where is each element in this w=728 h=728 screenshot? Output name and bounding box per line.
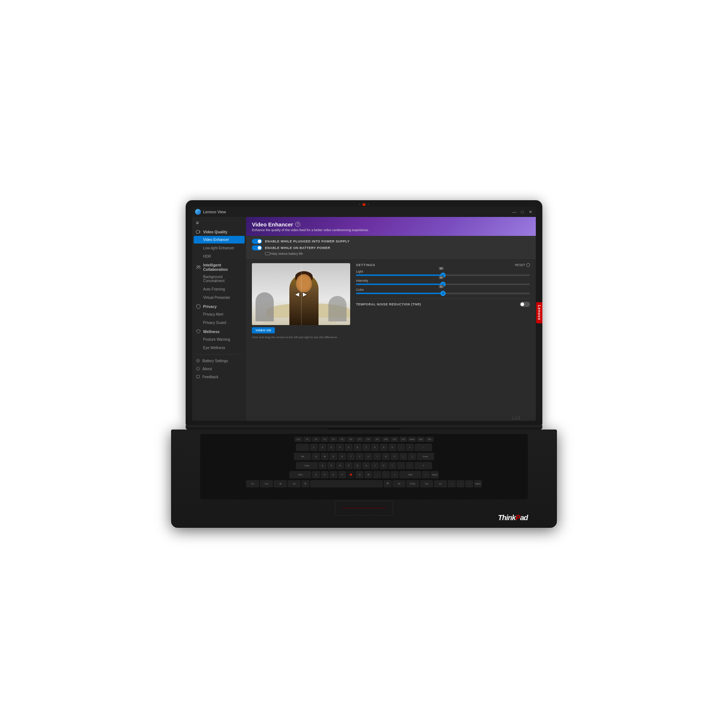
key-0[interactable]: 0 bbox=[388, 444, 396, 452]
key-f12[interactable]: F12 bbox=[399, 437, 407, 443]
key-lshift[interactable]: Shift bbox=[289, 471, 311, 479]
plugged-toggle[interactable] bbox=[252, 239, 262, 244]
key-capslock[interactable]: Caps bbox=[296, 462, 318, 470]
key-i[interactable]: I bbox=[373, 453, 381, 461]
color-slider-thumb[interactable]: 50 bbox=[440, 291, 445, 296]
key-up[interactable]: ↑ bbox=[422, 471, 430, 479]
key-slash[interactable]: / bbox=[391, 471, 399, 479]
key-home[interactable]: Home bbox=[408, 437, 416, 443]
key-c[interactable]: C bbox=[329, 471, 337, 479]
key-minus[interactable]: - bbox=[397, 444, 405, 452]
sidebar-item-feedback[interactable]: Feedback bbox=[192, 373, 246, 381]
key-a[interactable]: A bbox=[318, 462, 327, 470]
key-j[interactable]: J bbox=[371, 462, 379, 470]
battery-toggle[interactable] bbox=[252, 245, 262, 251]
sidebar-item-video-enhancer[interactable]: Video Enhancer bbox=[194, 236, 245, 243]
sidebar-item-posture-warning[interactable]: Posture Warning bbox=[194, 336, 245, 343]
key-f1[interactable]: F1 bbox=[303, 437, 311, 443]
minimize-button[interactable]: — bbox=[512, 209, 517, 214]
key-6[interactable]: 6 bbox=[353, 444, 361, 452]
key-f6[interactable]: F6 bbox=[347, 437, 355, 443]
key-lang[interactable]: あ bbox=[301, 480, 309, 488]
key-t[interactable]: T bbox=[347, 453, 355, 461]
key-prtsc[interactable]: PrtSc bbox=[406, 480, 419, 488]
key-l[interactable]: L bbox=[388, 462, 396, 470]
key-enter2[interactable]: ↵ bbox=[414, 462, 432, 470]
key-quote[interactable]: ' bbox=[406, 462, 414, 470]
key-4[interactable]: 4 bbox=[336, 444, 344, 452]
key-k[interactable]: K bbox=[380, 462, 388, 470]
key-rshift[interactable]: Shift bbox=[399, 471, 421, 479]
key-f3[interactable]: F3 bbox=[321, 437, 329, 443]
reset-button[interactable]: RESET bbox=[515, 263, 530, 267]
tnr-toggle[interactable] bbox=[520, 302, 530, 307]
key-r[interactable]: R bbox=[338, 453, 346, 461]
sidebar-item-low-light[interactable]: Low-light Enhancer bbox=[194, 244, 245, 252]
arrow-right[interactable]: ▶ bbox=[303, 291, 307, 297]
sidebar-item-auto-framing[interactable]: Auto Framing bbox=[194, 285, 245, 293]
key-5[interactable]: 5 bbox=[345, 444, 353, 452]
close-button[interactable]: ✕ bbox=[528, 209, 533, 214]
key-backspace[interactable]: ← bbox=[414, 444, 432, 452]
key-q[interactable]: Q bbox=[312, 453, 320, 461]
key-f11[interactable]: F11 bbox=[391, 437, 399, 443]
sidebar-section-collab[interactable]: Intelligent Collaboration bbox=[192, 261, 246, 273]
sidebar-item-privacy-alert[interactable]: Privacy Alert bbox=[194, 310, 245, 318]
key-right[interactable]: → bbox=[465, 480, 473, 488]
window-controls[interactable]: — □ ✕ bbox=[512, 209, 533, 214]
key-f10[interactable]: F10 bbox=[382, 437, 390, 443]
key-f[interactable]: F bbox=[345, 462, 353, 470]
key-f7[interactable]: F7 bbox=[356, 437, 364, 443]
key-p[interactable]: P bbox=[391, 453, 399, 461]
sidebar-section-video-quality[interactable]: Video Quality bbox=[192, 227, 246, 236]
key-y[interactable]: Y bbox=[356, 453, 364, 461]
key-enter[interactable]: Enter bbox=[417, 453, 434, 461]
key-ctrl-l[interactable]: Ctrl bbox=[260, 480, 273, 488]
key-pgdn[interactable]: PgDn bbox=[474, 480, 482, 488]
hamburger-menu[interactable]: ≡ bbox=[192, 217, 246, 227]
key-x[interactable]: X bbox=[321, 471, 329, 479]
key-space[interactable] bbox=[310, 480, 383, 488]
sidebar-item-privacy-guard[interactable]: Privacy Guard bbox=[194, 319, 245, 327]
key-semicolon[interactable]: ; bbox=[397, 462, 405, 470]
sidebar-item-about[interactable]: i About bbox=[192, 365, 246, 373]
key-9[interactable]: 9 bbox=[380, 444, 388, 452]
key-3[interactable]: 3 bbox=[327, 444, 335, 452]
help-icon[interactable]: ? bbox=[295, 222, 300, 227]
key-fn-r[interactable]: Fn bbox=[434, 480, 447, 488]
key-esc[interactable]: Esc bbox=[294, 437, 303, 443]
sidebar-item-hdr[interactable]: HDR bbox=[194, 252, 245, 260]
key-down[interactable]: ↓ bbox=[456, 480, 465, 488]
sidebar-item-battery-settings[interactable]: Battery Settings bbox=[192, 357, 246, 365]
trackpad[interactable] bbox=[335, 501, 393, 515]
key-lbracket[interactable]: [ bbox=[399, 453, 407, 461]
key-n[interactable]: N bbox=[356, 471, 364, 479]
sidebar-section-privacy[interactable]: Privacy bbox=[192, 302, 246, 310]
key-f2[interactable]: F2 bbox=[312, 437, 320, 443]
key-fn[interactable]: Fn bbox=[246, 480, 259, 488]
key-2[interactable]: 2 bbox=[318, 444, 327, 452]
key-d[interactable]: D bbox=[336, 462, 344, 470]
key-b-main[interactable]: B bbox=[347, 471, 355, 479]
key-f5[interactable]: F5 bbox=[338, 437, 346, 443]
sidebar-item-background-concealment[interactable]: Background Concealment bbox=[194, 273, 245, 284]
key-pgup[interactable]: PgUp bbox=[431, 471, 439, 479]
key-u[interactable]: U bbox=[364, 453, 372, 461]
color-slider-track[interactable]: 50 bbox=[356, 293, 530, 294]
key-equals[interactable]: = bbox=[406, 444, 414, 452]
key-z[interactable]: Z bbox=[312, 471, 320, 479]
key-m[interactable]: M bbox=[364, 471, 372, 479]
key-tab[interactable]: Tab bbox=[294, 453, 311, 461]
key-rbracket[interactable]: ] bbox=[408, 453, 416, 461]
key-comma[interactable]: , bbox=[373, 471, 381, 479]
key-win[interactable]: ⊞ bbox=[274, 480, 287, 488]
key-alt-l[interactable]: Alt bbox=[288, 480, 301, 488]
key-g[interactable]: G bbox=[353, 462, 361, 470]
key-left[interactable]: ← bbox=[448, 480, 456, 488]
key-8[interactable]: 8 bbox=[371, 444, 379, 452]
maximize-button[interactable]: □ bbox=[520, 209, 525, 214]
arrow-left[interactable]: ◀ bbox=[295, 291, 299, 297]
key-f8[interactable]: F8 bbox=[364, 437, 372, 443]
key-ctrl-r[interactable]: Ctrl bbox=[420, 480, 433, 488]
sidebar-item-virtual-presenter[interactable]: Virtual Presenter bbox=[194, 294, 245, 301]
